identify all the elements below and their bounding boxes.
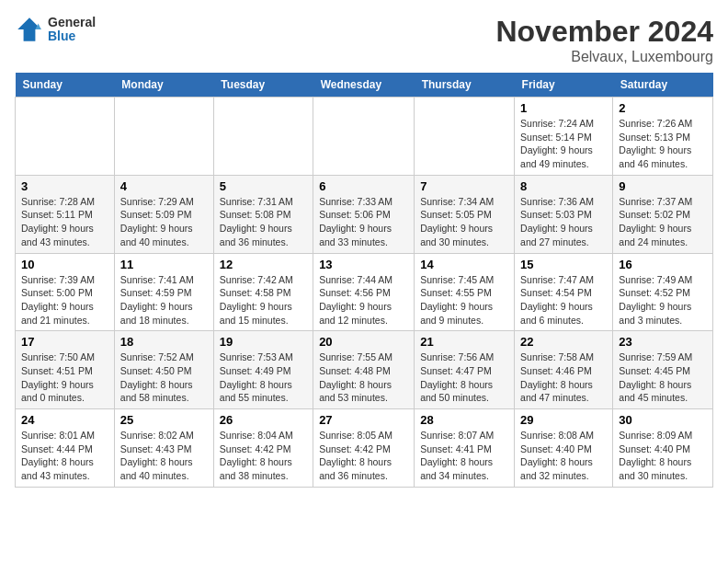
title-block: November 2024 Belvaux, Luxembourg [495, 15, 713, 65]
col-header-friday: Friday [515, 73, 613, 98]
day-cell: 25Sunrise: 8:02 AM Sunset: 4:43 PM Dayli… [114, 409, 213, 488]
day-info: Sunrise: 7:37 AM Sunset: 5:02 PM Dayligh… [619, 195, 707, 249]
week-row-5: 24Sunrise: 8:01 AM Sunset: 4:44 PM Dayli… [16, 409, 713, 488]
day-number: 28 [420, 413, 508, 427]
day-cell: 2Sunrise: 7:26 AM Sunset: 5:13 PM Daylig… [613, 98, 713, 176]
day-cell [213, 98, 313, 176]
day-cell: 14Sunrise: 7:45 AM Sunset: 4:55 PM Dayli… [415, 253, 515, 331]
day-info: Sunrise: 8:04 AM Sunset: 4:42 PM Dayligh… [220, 429, 307, 483]
day-info: Sunrise: 7:42 AM Sunset: 4:58 PM Dayligh… [220, 273, 307, 327]
day-cell [16, 98, 115, 176]
day-info: Sunrise: 7:33 AM Sunset: 5:06 PM Dayligh… [319, 195, 408, 249]
day-cell [114, 98, 213, 176]
col-header-sunday: Sunday [16, 73, 115, 98]
day-info: Sunrise: 8:07 AM Sunset: 4:41 PM Dayligh… [420, 429, 508, 483]
day-number: 3 [21, 179, 108, 193]
day-cell: 22Sunrise: 7:58 AM Sunset: 4:46 PM Dayli… [515, 331, 613, 409]
calendar-table: SundayMondayTuesdayWednesdayThursdayFrid… [15, 73, 713, 488]
logo-icon [15, 15, 44, 44]
day-number: 19 [220, 335, 307, 349]
day-cell: 19Sunrise: 7:53 AM Sunset: 4:49 PM Dayli… [213, 331, 313, 409]
day-number: 27 [319, 413, 408, 427]
location: Belvaux, Luxembourg [495, 49, 713, 65]
day-number: 24 [21, 413, 108, 427]
col-header-wednesday: Wednesday [313, 73, 415, 98]
day-cell: 29Sunrise: 8:08 AM Sunset: 4:40 PM Dayli… [515, 409, 613, 488]
day-cell: 15Sunrise: 7:47 AM Sunset: 4:54 PM Dayli… [515, 253, 613, 331]
day-number: 17 [21, 335, 108, 349]
day-cell: 20Sunrise: 7:55 AM Sunset: 4:48 PM Dayli… [313, 331, 415, 409]
day-cell: 16Sunrise: 7:49 AM Sunset: 4:52 PM Dayli… [613, 253, 713, 331]
day-number: 15 [520, 258, 607, 271]
day-info: Sunrise: 7:45 AM Sunset: 4:55 PM Dayligh… [420, 273, 508, 327]
logo-general-text: General [48, 16, 96, 29]
month-title: November 2024 [495, 15, 713, 49]
day-cell: 24Sunrise: 8:01 AM Sunset: 4:44 PM Dayli… [16, 409, 115, 488]
week-row-3: 10Sunrise: 7:39 AM Sunset: 5:00 PM Dayli… [16, 253, 713, 331]
day-cell [415, 98, 515, 176]
page-header: General Blue November 2024 Belvaux, Luxe… [15, 15, 713, 65]
day-number: 2 [619, 101, 707, 115]
day-cell: 12Sunrise: 7:42 AM Sunset: 4:58 PM Dayli… [213, 253, 313, 331]
day-info: Sunrise: 7:49 AM Sunset: 4:52 PM Dayligh… [619, 273, 707, 327]
day-info: Sunrise: 7:52 AM Sunset: 4:50 PM Dayligh… [120, 350, 208, 405]
day-info: Sunrise: 7:58 AM Sunset: 4:46 PM Dayligh… [520, 350, 607, 405]
day-info: Sunrise: 7:50 AM Sunset: 4:51 PM Dayligh… [21, 350, 108, 405]
day-cell: 10Sunrise: 7:39 AM Sunset: 5:00 PM Dayli… [16, 253, 115, 331]
day-info: Sunrise: 7:24 AM Sunset: 5:14 PM Dayligh… [520, 117, 607, 171]
day-info: Sunrise: 8:01 AM Sunset: 4:44 PM Dayligh… [21, 429, 108, 483]
day-number: 9 [619, 179, 707, 193]
day-info: Sunrise: 7:56 AM Sunset: 4:47 PM Dayligh… [420, 350, 508, 405]
day-number: 18 [120, 335, 208, 349]
col-header-monday: Monday [114, 73, 213, 98]
day-cell: 4Sunrise: 7:29 AM Sunset: 5:09 PM Daylig… [114, 175, 213, 253]
day-cell: 6Sunrise: 7:33 AM Sunset: 5:06 PM Daylig… [313, 175, 415, 253]
day-number: 11 [120, 258, 208, 271]
day-number: 16 [619, 258, 707, 271]
day-number: 12 [220, 258, 307, 271]
day-number: 26 [220, 413, 307, 427]
day-info: Sunrise: 7:31 AM Sunset: 5:08 PM Dayligh… [220, 195, 307, 249]
day-cell: 30Sunrise: 8:09 AM Sunset: 4:40 PM Dayli… [613, 409, 713, 488]
day-number: 21 [420, 335, 508, 349]
col-header-thursday: Thursday [415, 73, 515, 98]
day-cell: 9Sunrise: 7:37 AM Sunset: 5:02 PM Daylig… [613, 175, 713, 253]
day-info: Sunrise: 7:36 AM Sunset: 5:03 PM Dayligh… [520, 195, 607, 249]
day-number: 13 [319, 258, 408, 271]
day-info: Sunrise: 7:26 AM Sunset: 5:13 PM Dayligh… [619, 117, 707, 171]
col-header-tuesday: Tuesday [213, 73, 313, 98]
day-number: 25 [120, 413, 208, 427]
day-info: Sunrise: 7:39 AM Sunset: 5:00 PM Dayligh… [21, 273, 108, 327]
week-row-1: 1Sunrise: 7:24 AM Sunset: 5:14 PM Daylig… [16, 98, 713, 176]
calendar-header-row: SundayMondayTuesdayWednesdayThursdayFrid… [16, 73, 713, 98]
day-number: 20 [319, 335, 408, 349]
day-info: Sunrise: 8:02 AM Sunset: 4:43 PM Dayligh… [120, 429, 208, 483]
day-cell: 11Sunrise: 7:41 AM Sunset: 4:59 PM Dayli… [114, 253, 213, 331]
day-info: Sunrise: 8:09 AM Sunset: 4:40 PM Dayligh… [619, 429, 707, 483]
day-number: 29 [520, 413, 607, 427]
calendar-body: 1Sunrise: 7:24 AM Sunset: 5:14 PM Daylig… [16, 98, 713, 488]
day-cell: 27Sunrise: 8:05 AM Sunset: 4:42 PM Dayli… [313, 409, 415, 488]
day-info: Sunrise: 8:08 AM Sunset: 4:40 PM Dayligh… [520, 429, 607, 483]
day-cell: 1Sunrise: 7:24 AM Sunset: 5:14 PM Daylig… [515, 98, 613, 176]
day-number: 14 [420, 258, 508, 271]
day-info: Sunrise: 7:29 AM Sunset: 5:09 PM Dayligh… [120, 195, 208, 249]
day-cell: 26Sunrise: 8:04 AM Sunset: 4:42 PM Dayli… [213, 409, 313, 488]
day-number: 30 [619, 413, 707, 427]
day-number: 7 [420, 179, 508, 193]
day-info: Sunrise: 7:41 AM Sunset: 4:59 PM Dayligh… [120, 273, 208, 327]
day-cell: 21Sunrise: 7:56 AM Sunset: 4:47 PM Dayli… [415, 331, 515, 409]
day-cell: 5Sunrise: 7:31 AM Sunset: 5:08 PM Daylig… [213, 175, 313, 253]
week-row-2: 3Sunrise: 7:28 AM Sunset: 5:11 PM Daylig… [16, 175, 713, 253]
day-number: 4 [120, 179, 208, 193]
day-info: Sunrise: 7:59 AM Sunset: 4:45 PM Dayligh… [619, 350, 707, 405]
day-info: Sunrise: 7:34 AM Sunset: 5:05 PM Dayligh… [420, 195, 508, 249]
day-cell: 13Sunrise: 7:44 AM Sunset: 4:56 PM Dayli… [313, 253, 415, 331]
day-cell [313, 98, 415, 176]
day-cell: 8Sunrise: 7:36 AM Sunset: 5:03 PM Daylig… [515, 175, 613, 253]
week-row-4: 17Sunrise: 7:50 AM Sunset: 4:51 PM Dayli… [16, 331, 713, 409]
day-number: 6 [319, 179, 408, 193]
day-info: Sunrise: 7:55 AM Sunset: 4:48 PM Dayligh… [319, 350, 408, 405]
day-info: Sunrise: 7:53 AM Sunset: 4:49 PM Dayligh… [220, 350, 307, 405]
day-number: 1 [520, 101, 607, 115]
